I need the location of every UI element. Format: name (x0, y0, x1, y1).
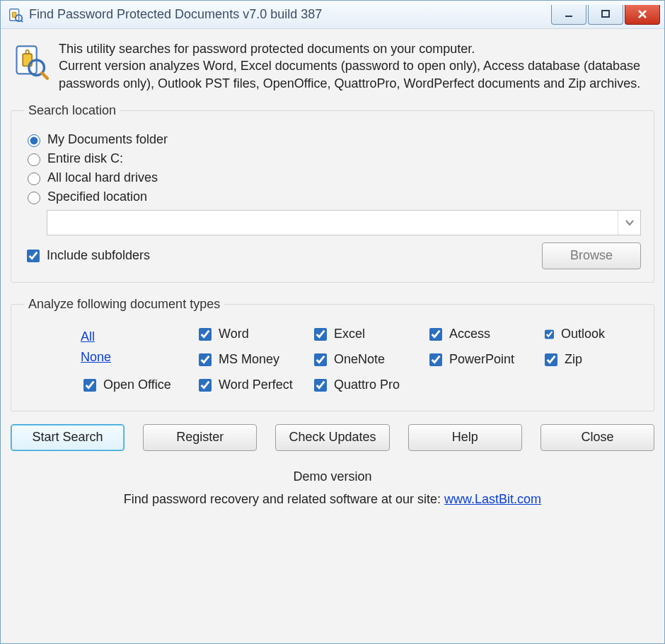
type-wordperfect-checkbox[interactable] (199, 379, 212, 392)
help-button[interactable]: Help (408, 424, 522, 451)
type-openoffice-label: Open Office (103, 377, 171, 392)
type-access-checkbox[interactable] (429, 328, 442, 341)
check-updates-button[interactable]: Check Updates (275, 424, 389, 451)
location-path-combo[interactable] (47, 210, 641, 235)
header: This utility searches for password prote… (9, 36, 656, 99)
radio-all-drives-input[interactable] (28, 172, 40, 185)
window-controls (550, 5, 660, 25)
search-location-legend: Search location (24, 103, 120, 118)
type-powerpoint-checkbox[interactable] (429, 353, 442, 366)
radio-my-documents-label: My Documents folder (47, 132, 168, 147)
type-msmoney[interactable]: MS Money (196, 351, 304, 368)
select-none-link[interactable]: None (81, 350, 111, 365)
type-msmoney-label: MS Money (219, 352, 279, 367)
type-word-checkbox[interactable] (199, 328, 212, 341)
type-onenote-checkbox[interactable] (314, 353, 327, 366)
doc-types-grid: Word Excel Access Outlook All None MS Mo… (24, 322, 641, 398)
type-excel[interactable]: Excel (311, 326, 420, 343)
promo-prefix: Find password recovery and related softw… (124, 492, 444, 506)
type-outlook[interactable]: Outlook (542, 326, 598, 343)
radio-my-documents[interactable]: My Documents folder (24, 132, 641, 147)
radio-specified-label: Specified location (47, 189, 147, 204)
chevron-down-icon[interactable] (618, 211, 640, 235)
type-outlook-checkbox[interactable] (545, 328, 554, 341)
radio-my-documents-input[interactable] (28, 134, 40, 147)
app-icon (8, 7, 23, 23)
type-access[interactable]: Access (427, 326, 535, 343)
main-button-row: Start Search Register Check Updates Help… (9, 421, 656, 455)
type-powerpoint-label: PowerPoint (449, 352, 514, 367)
select-all-link[interactable]: All (81, 329, 95, 344)
promo-line: Find password recovery and related softw… (9, 488, 656, 510)
register-button[interactable]: Register (143, 424, 257, 451)
radio-disk-c-input[interactable] (28, 153, 40, 166)
search-location-group: Search location My Documents folder Enti… (11, 103, 654, 283)
client-area: This utility searches for password prote… (1, 29, 664, 643)
radio-all-drives[interactable]: All local hard drives (24, 170, 641, 185)
footer: Demo version Find password recovery and … (9, 465, 656, 511)
app-window: Find Password Protected Documents v7.0 b… (0, 0, 665, 644)
minimize-button[interactable] (551, 5, 586, 25)
type-wordperfect[interactable]: Word Perfect (196, 377, 304, 394)
type-zip-label: Zip (565, 352, 582, 367)
maximize-button[interactable] (588, 5, 623, 25)
type-excel-label: Excel (334, 327, 365, 341)
status-text: Demo version (9, 465, 656, 488)
type-zip-checkbox[interactable] (545, 353, 557, 366)
type-msmoney-checkbox[interactable] (199, 353, 212, 366)
type-quattropro[interactable]: Quattro Pro (311, 377, 420, 394)
promo-link[interactable]: www.LastBit.com (444, 492, 541, 506)
radio-all-drives-label: All local hard drives (47, 170, 158, 185)
type-quattropro-checkbox[interactable] (314, 379, 327, 392)
close-button[interactable]: Close (540, 424, 654, 451)
radio-specified-input[interactable] (28, 192, 40, 204)
svg-line-3 (21, 20, 23, 22)
type-word-label: Word (219, 327, 249, 341)
titlebar: Find Password Protected Documents v7.0 b… (1, 1, 664, 29)
type-openoffice[interactable]: Open Office (81, 377, 189, 394)
include-subfolders[interactable]: Include subfolders (24, 247, 150, 264)
type-onenote[interactable]: OneNote (311, 351, 420, 368)
header-icon (12, 43, 49, 80)
type-wordperfect-label: Word Perfect (219, 377, 293, 392)
radio-disk-c[interactable]: Entire disk C: (24, 151, 641, 166)
start-search-button[interactable]: Start Search (11, 424, 125, 451)
type-excel-checkbox[interactable] (314, 328, 327, 341)
type-link-col: All None (81, 329, 189, 365)
radio-disk-c-label: Entire disk C: (47, 151, 123, 166)
svg-rect-5 (602, 11, 609, 17)
browse-button[interactable]: Browse (542, 242, 641, 269)
window-title: Find Password Protected Documents v7.0 b… (29, 7, 550, 22)
radio-specified[interactable]: Specified location (24, 189, 641, 204)
type-word[interactable]: Word (196, 326, 304, 343)
close-window-button[interactable] (625, 5, 660, 25)
header-description: This utility searches for password prote… (59, 40, 653, 92)
svg-line-11 (42, 73, 47, 78)
type-powerpoint[interactable]: PowerPoint (427, 351, 535, 368)
type-outlook-label: Outlook (561, 327, 605, 341)
type-onenote-label: OneNote (334, 352, 385, 367)
include-subfolders-label: Include subfolders (47, 248, 150, 263)
type-openoffice-checkbox[interactable] (83, 379, 96, 392)
include-subfolders-checkbox[interactable] (27, 250, 40, 262)
type-quattropro-label: Quattro Pro (334, 377, 400, 392)
type-zip[interactable]: Zip (542, 351, 598, 368)
location-bottom-row: Include subfolders Browse (24, 242, 641, 269)
doc-types-legend: Analyze following document types (24, 297, 224, 312)
type-access-label: Access (449, 327, 490, 341)
doc-types-group: Analyze following document types Word Ex… (11, 297, 654, 411)
location-combo-row (47, 210, 641, 235)
